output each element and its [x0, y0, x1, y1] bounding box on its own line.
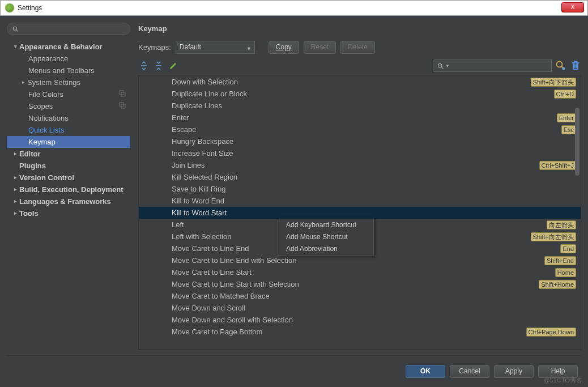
tree-item[interactable]: Quick Lists	[7, 124, 130, 136]
tree-item[interactable]: Scopes	[7, 100, 130, 112]
tree-item-label: Menus and Toolbars	[28, 65, 95, 76]
copy-icon	[119, 90, 126, 97]
arrow-icon: ▸	[20, 76, 26, 88]
edit-icon[interactable]	[168, 60, 179, 71]
arrow-icon: ▸	[12, 148, 18, 160]
tree-item[interactable]: Plugins	[7, 160, 130, 172]
tree-item-label: Scopes	[28, 100, 53, 112]
action-row[interactable]: EscapeEsc	[139, 124, 581, 135]
shortcut-badge: 向左箭头	[547, 220, 576, 229]
tree-item[interactable]: ▸Version Control	[7, 172, 130, 184]
action-row[interactable]: Move Down and Scroll with Selection	[139, 314, 581, 326]
copy-icon	[119, 102, 126, 109]
shortcut-badge: Home	[555, 268, 576, 277]
scrollbar-thumb[interactable]	[575, 108, 580, 176]
keymaps-label: Keymaps:	[138, 43, 171, 52]
find-by-shortcut-icon[interactable]	[555, 60, 566, 71]
action-row[interactable]: Move Caret to Line End with SelectionShi…	[139, 254, 581, 266]
svg-point-12	[563, 67, 565, 70]
action-list[interactable]: Down with SelectionShift+向下箭头Duplicate L…	[138, 75, 581, 350]
tree-item-label: Plugins	[19, 160, 46, 172]
tree-item[interactable]: ▸Editor	[7, 148, 130, 160]
titlebar: Settings X	[0, 0, 588, 16]
action-row[interactable]: Duplicate Lines	[139, 100, 581, 112]
tree-item[interactable]: Keymap	[7, 136, 130, 148]
arrow-icon: ▸	[12, 195, 18, 207]
action-name: Hungry Backspace	[172, 135, 576, 147]
action-row[interactable]: Kill Selected Region	[139, 171, 581, 183]
expand-all-icon[interactable]	[138, 60, 150, 71]
action-row[interactable]: Kill to Word Start	[139, 207, 581, 219]
action-row[interactable]: Down with SelectionShift+向下箭头	[139, 76, 581, 88]
action-name: Move Down and Scroll	[172, 302, 576, 314]
svg-point-8	[438, 63, 442, 67]
action-name: Increase Font Size	[172, 147, 576, 159]
tree-item[interactable]: ▸Tools	[7, 207, 130, 219]
search-icon	[12, 25, 19, 32]
action-toolbar: ▼	[138, 59, 581, 72]
action-row[interactable]: Kill to Word End	[139, 195, 581, 207]
svg-line-9	[441, 67, 443, 69]
watermark: @51CTO博客	[544, 376, 582, 385]
action-row[interactable]: Duplicate Line or BlockCtrl+D	[139, 88, 581, 100]
action-name: Move Down and Scroll with Selection	[172, 314, 576, 326]
app-icon	[5, 3, 14, 12]
action-row[interactable]: EnterEnter	[139, 112, 581, 124]
tree-item[interactable]: File Colors	[7, 88, 130, 100]
arrow-icon: ▸	[12, 172, 18, 184]
action-name: Move Caret to Line Start with Selection	[172, 278, 539, 290]
copy-button[interactable]: Copy	[269, 41, 299, 54]
tree-item-label: System Settings	[27, 76, 80, 88]
shortcut-badge: Ctrl+D	[554, 90, 576, 99]
close-button[interactable]: X	[561, 2, 584, 12]
svg-line-1	[16, 30, 18, 32]
tree-item[interactable]: ▸Languages & Frameworks	[7, 195, 130, 207]
action-name: Kill to Word Start	[172, 207, 576, 219]
sidebar-search[interactable]	[7, 23, 130, 35]
apply-button[interactable]: Apply	[494, 365, 534, 378]
action-row[interactable]: Move Caret to Matched Brace	[139, 290, 581, 302]
delete-button[interactable]: Delete	[340, 41, 375, 54]
chevron-down-icon: ▼	[445, 63, 450, 69]
shortcut-badge: Shift+向下箭头	[531, 78, 576, 87]
tree-item[interactable]: ▸System Settings	[7, 76, 130, 88]
action-row[interactable]: Move Down and Scroll	[139, 302, 581, 314]
svg-point-0	[13, 27, 16, 30]
action-name: Duplicate Lines	[172, 100, 576, 112]
tree-item-label: Build, Execution, Deployment	[19, 184, 123, 195]
search-icon	[437, 62, 444, 70]
reset-button[interactable]: Reset	[304, 41, 336, 54]
shortcut-badge: Ctrl+Page Down	[526, 328, 576, 337]
shortcut-badge: Esc	[561, 125, 576, 134]
action-row[interactable]: Save to Kill Ring	[139, 183, 581, 195]
tree-item-label: Appearance & Behavior	[19, 41, 103, 53]
action-row[interactable]: Move Caret to Line Start with SelectionS…	[139, 278, 581, 290]
tree-item-label: Editor	[19, 148, 41, 160]
ctx-add-abbreviation[interactable]: Add Abbreviation	[278, 243, 373, 255]
tree-item-label: File Colors	[28, 88, 63, 100]
dialog-footer: OK Cancel Apply Help	[7, 355, 581, 387]
action-row[interactable]: Join LinesCtrl+Shift+J	[139, 159, 581, 171]
tree-item[interactable]: Notifications	[7, 112, 130, 124]
tree-item[interactable]: Menus and Toolbars	[7, 65, 130, 76]
settings-dialog: ▾Appearance & BehaviorAppearanceMenus an…	[0, 16, 588, 387]
keymaps-select[interactable]: Default	[176, 41, 255, 54]
action-row[interactable]: Move Caret to Line StartHome	[139, 266, 581, 278]
tree-item[interactable]: ▸Build, Execution, Deployment	[7, 184, 130, 195]
trash-icon[interactable]	[570, 60, 581, 71]
ok-button[interactable]: OK	[406, 365, 445, 378]
shortcut-badge: End	[560, 244, 576, 253]
context-menu: Add Keyboard Shortcut Add Mouse Shortcut…	[278, 219, 374, 256]
ctx-add-mouse-shortcut[interactable]: Add Mouse Shortcut	[278, 231, 373, 243]
ctx-add-keyboard-shortcut[interactable]: Add Keyboard Shortcut	[278, 219, 373, 231]
action-row[interactable]: Hungry Backspace	[139, 135, 581, 147]
action-search[interactable]: ▼	[433, 59, 552, 72]
settings-tree[interactable]: ▾Appearance & BehaviorAppearanceMenus an…	[7, 41, 130, 350]
tree-item[interactable]: ▾Appearance & Behavior	[7, 41, 130, 53]
cancel-button[interactable]: Cancel	[450, 365, 489, 378]
collapse-all-icon[interactable]	[153, 60, 164, 71]
action-row[interactable]: Increase Font Size	[139, 147, 581, 159]
tree-item[interactable]: Appearance	[7, 53, 130, 65]
tree-item-label: Version Control	[19, 172, 74, 184]
action-row[interactable]: Move Caret to Page BottomCtrl+Page Down	[139, 326, 581, 338]
